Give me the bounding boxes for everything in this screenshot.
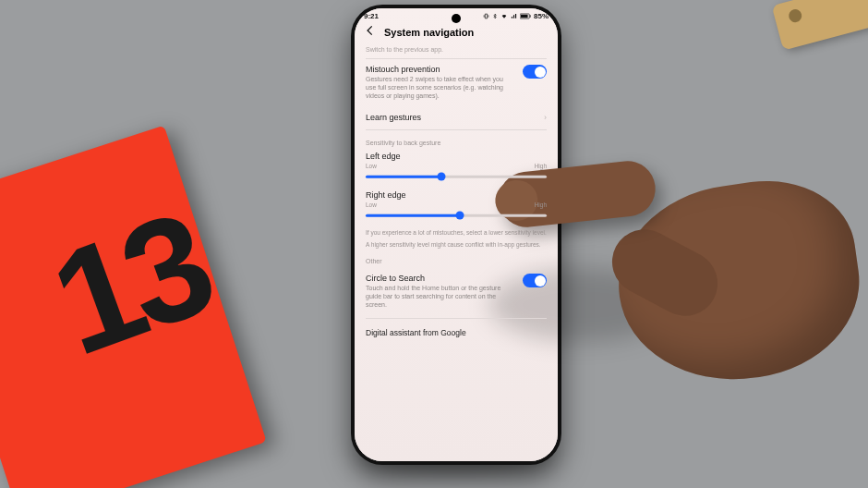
status-time: 9:21 <box>364 12 379 20</box>
left-edge-thumb[interactable] <box>438 173 446 181</box>
wifi-icon <box>500 13 508 19</box>
svg-rect-2 <box>530 15 531 18</box>
mistouch-toggle[interactable] <box>523 65 547 79</box>
product-box: 13 <box>0 126 267 488</box>
learn-gestures-label: Learn gestures <box>366 113 421 122</box>
sensitivity-note-2: A higher sensitivity level might cause c… <box>366 241 547 249</box>
chevron-right-icon: › <box>544 113 547 122</box>
learn-gestures-item[interactable]: Learn gestures › <box>366 109 547 130</box>
left-edge-title: Left edge <box>366 152 547 161</box>
page-header: System navigation <box>355 22 558 46</box>
phone-screen: 9:21 8 <box>355 8 558 461</box>
settings-content[interactable]: Switch to the previous app. Mistouch pre… <box>355 46 558 461</box>
left-edge-block: Left edge Low High <box>366 152 547 181</box>
status-icons: 85% <box>483 12 549 20</box>
section-sensitivity-label: Sensitivity to back gesture <box>366 140 547 146</box>
circle-to-search-item[interactable]: Circle to Search Touch and hold the Home… <box>366 274 547 309</box>
front-camera-cutout <box>452 14 461 23</box>
sensitivity-note-1: If you experience a lot of mistouches, s… <box>366 229 547 237</box>
svg-rect-1 <box>521 15 528 18</box>
vibrate-icon <box>483 13 489 19</box>
box-number: 13 <box>31 179 226 389</box>
left-edge-slider[interactable] <box>366 172 547 181</box>
right-edge-high: High <box>535 201 547 208</box>
hand <box>526 129 859 407</box>
cts-toggle[interactable] <box>523 274 547 287</box>
previous-app-hint: Switch to the previous app. <box>366 46 547 59</box>
page-title: System navigation <box>384 27 474 38</box>
right-edge-thumb[interactable] <box>455 212 464 220</box>
right-edge-fill <box>366 214 460 217</box>
scene: 13 9:21 <box>0 0 868 488</box>
cts-desc: Touch and hold the Home button or the ge… <box>366 285 515 309</box>
mistouch-title: Mistouch prevention <box>366 65 515 74</box>
right-edge-block: Right edge Low High <box>366 190 547 220</box>
back-arrow-icon[interactable] <box>364 24 377 41</box>
signal-icon <box>511 13 517 19</box>
phone-frame: 9:21 8 <box>351 5 561 465</box>
cts-title: Circle to Search <box>366 274 515 283</box>
mistouch-prevention-item[interactable]: Mistouch prevention Gestures need 2 swip… <box>366 65 547 100</box>
left-edge-high: High <box>535 163 547 169</box>
battery-percent: 85% <box>534 12 549 20</box>
left-edge-low: Low <box>366 163 377 169</box>
right-edge-title: Right edge <box>366 190 547 200</box>
mistouch-desc: Gestures need 2 swipes to take effect wh… <box>366 76 515 100</box>
right-edge-low: Low <box>366 201 377 208</box>
bluetooth-icon <box>492 13 498 19</box>
wooden-object <box>772 0 868 51</box>
section-other-label: Other <box>366 258 547 264</box>
digital-assistant-item[interactable]: Digital assistant from Google <box>366 328 547 337</box>
battery-icon <box>520 13 531 19</box>
left-edge-fill <box>366 176 441 178</box>
right-edge-slider[interactable] <box>366 211 547 220</box>
